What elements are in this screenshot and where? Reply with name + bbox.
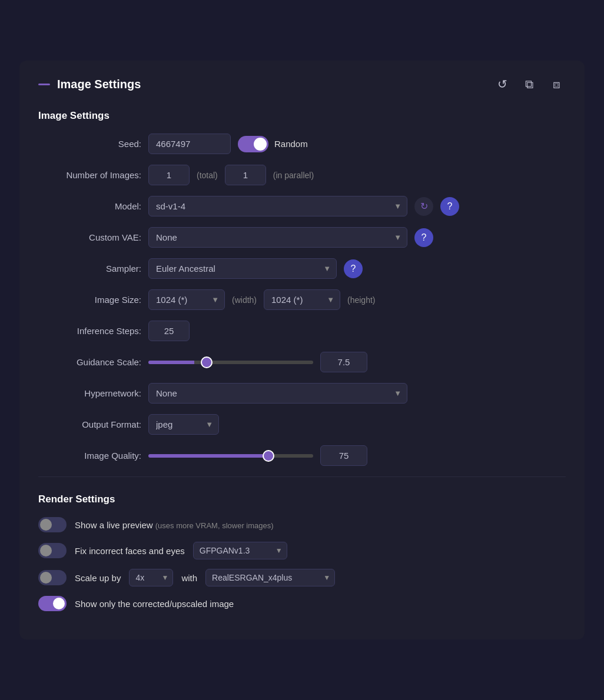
random-toggle-knob: [254, 138, 267, 151]
render-settings-section-title: Render Settings: [38, 494, 566, 505]
seed-input[interactable]: [148, 134, 231, 154]
reset-button[interactable]: ↺: [493, 75, 512, 94]
panel-header: Image Settings ↺ ⧉ ⧈: [38, 75, 566, 94]
image-quality-value: 75: [320, 445, 367, 466]
show-corrected-label: Show only the corrected/upscaled image: [75, 599, 234, 609]
fix-faces-label: Fix incorrect faces and eyes: [75, 546, 185, 556]
model-select[interactable]: sd-v1-4 sd-v1-5 sd-v2-1: [148, 196, 407, 216]
panel-title: Image Settings: [57, 78, 141, 91]
panel-header-right: ↺ ⧉ ⧈: [493, 75, 566, 94]
hypernetwork-row: Hypernetwork: None ▼: [38, 383, 566, 404]
fix-faces-toggle[interactable]: [38, 543, 67, 558]
custom-vae-row: Custom VAE: None Custom ▼ ?: [38, 227, 566, 248]
fix-faces-model-wrap: GFPGANv1.3 GFPGANv1.4 ▼: [193, 542, 287, 559]
sampler-select[interactable]: Euler Ancestral DDIM DPM++ 2M Karras: [148, 258, 337, 279]
guidance-scale-slider[interactable]: [148, 361, 313, 364]
sampler-row: Sampler: Euler Ancestral DDIM DPM++ 2M K…: [38, 258, 566, 279]
section-divider: [38, 476, 566, 477]
num-images-row: Number of Images: (total) (in parallel): [38, 165, 566, 185]
hypernetwork-select-wrap: None ▼: [148, 383, 407, 404]
custom-vae-label: Custom VAE:: [38, 232, 141, 242]
num-images-total-input[interactable]: [148, 165, 190, 185]
guidance-scale-slider-wrap: 7.5: [148, 352, 566, 372]
scale-up-label: Scale up by: [75, 573, 121, 583]
height-select-wrap: 512 768 1024 (*) 2048 ▼: [264, 289, 340, 310]
image-quality-label: Image Quality:: [38, 451, 141, 461]
hypernetwork-select[interactable]: None: [148, 383, 407, 404]
model-refresh-button[interactable]: ↻: [414, 197, 433, 216]
output-format-select-wrap: jpeg png webp ▼: [148, 414, 219, 435]
render-settings-section: Render Settings Show a live preview (use…: [38, 494, 566, 611]
scale-up-row: Scale up by 2x 4x 8x ▼ with RealESRGAN_x…: [38, 569, 566, 586]
paste-button[interactable]: ⧈: [547, 75, 566, 94]
inference-steps-input[interactable]: [148, 321, 190, 341]
output-format-select[interactable]: jpeg png webp: [148, 414, 219, 435]
dash-icon: [38, 84, 50, 85]
seed-label: Seed:: [38, 139, 141, 149]
random-toggle-wrap: Random: [238, 136, 308, 152]
sampler-help-button[interactable]: ?: [344, 259, 363, 278]
model-select-wrap: sd-v1-4 sd-v1-5 sd-v2-1 ▼: [148, 196, 407, 216]
parallel-label: (in parallel): [273, 171, 314, 180]
model-help-button[interactable]: ?: [440, 197, 459, 216]
fix-faces-model-select[interactable]: GFPGANv1.3 GFPGANv1.4: [193, 542, 287, 559]
image-size-label: Image Size:: [38, 295, 141, 305]
sampler-select-wrap: Euler Ancestral DDIM DPM++ 2M Karras ▼: [148, 258, 337, 279]
custom-vae-help-button[interactable]: ?: [414, 228, 433, 247]
show-corrected-row: Show only the corrected/upscaled image: [38, 596, 566, 611]
model-row: Model: sd-v1-4 sd-v1-5 sd-v2-1 ▼ ↻ ?: [38, 196, 566, 216]
guidance-scale-value: 7.5: [320, 352, 367, 372]
upscale-model-select-wrap: RealESRGAN_x4plus ESRGAN_4x ▼: [205, 569, 335, 586]
height-select[interactable]: 512 768 1024 (*) 2048: [264, 289, 340, 310]
width-select[interactable]: 512 768 1024 (*) 2048: [148, 289, 225, 310]
inference-steps-row: Inference Steps:: [38, 321, 566, 341]
model-label: Model:: [38, 201, 141, 211]
show-corrected-toggle[interactable]: [38, 596, 67, 611]
custom-vae-select-wrap: None Custom ▼: [148, 227, 407, 248]
live-preview-toggle-knob: [40, 519, 52, 531]
height-label: (height): [347, 295, 375, 305]
panel-header-left: Image Settings: [38, 78, 141, 91]
scale-up-toggle-knob: [40, 572, 52, 584]
guidance-scale-row: Guidance Scale: 7.5: [38, 352, 566, 372]
with-label: with: [181, 573, 197, 583]
total-label: (total): [197, 171, 218, 180]
fix-faces-toggle-knob: [40, 545, 52, 556]
image-quality-slider-wrap: 75: [148, 445, 566, 466]
num-images-label: Number of Images:: [38, 170, 141, 180]
width-label: (width): [232, 295, 257, 305]
width-select-wrap: 512 768 1024 (*) 2048 ▼: [148, 289, 225, 310]
random-toggle[interactable]: [238, 136, 268, 152]
image-quality-slider[interactable]: [148, 454, 313, 458]
scale-factor-select[interactable]: 2x 4x 8x: [129, 569, 173, 586]
live-preview-toggle[interactable]: [38, 517, 67, 532]
live-preview-row: Show a live preview (uses more VRAM, slo…: [38, 517, 566, 532]
image-settings-section-title: Image Settings: [38, 110, 566, 122]
fix-faces-row: Fix incorrect faces and eyes GFPGANv1.3 …: [38, 542, 566, 559]
live-preview-label: Show a live preview (uses more VRAM, slo…: [75, 520, 274, 530]
image-settings-panel: Image Settings ↺ ⧉ ⧈ Image Settings Seed…: [19, 61, 585, 639]
inference-steps-label: Inference Steps:: [38, 326, 141, 336]
seed-row: Seed: Random: [38, 134, 566, 154]
output-format-label: Output Format:: [38, 419, 141, 429]
scale-up-toggle[interactable]: [38, 570, 67, 585]
upscale-model-select[interactable]: RealESRGAN_x4plus ESRGAN_4x: [205, 569, 335, 586]
hypernetwork-label: Hypernetwork:: [38, 388, 141, 398]
guidance-scale-label: Guidance Scale:: [38, 357, 141, 367]
show-corrected-toggle-knob: [53, 598, 65, 609]
copy-button[interactable]: ⧉: [520, 75, 539, 94]
scale-factor-select-wrap: 2x 4x 8x ▼: [129, 569, 173, 586]
image-size-row: Image Size: 512 768 1024 (*) 2048 ▼ (wid…: [38, 289, 566, 310]
num-images-parallel-input[interactable]: [225, 165, 266, 185]
random-label: Random: [274, 139, 308, 149]
custom-vae-select[interactable]: None Custom: [148, 227, 407, 248]
image-quality-row: Image Quality: 75: [38, 445, 566, 466]
output-format-row: Output Format: jpeg png webp ▼: [38, 414, 566, 435]
sampler-label: Sampler:: [38, 264, 141, 274]
